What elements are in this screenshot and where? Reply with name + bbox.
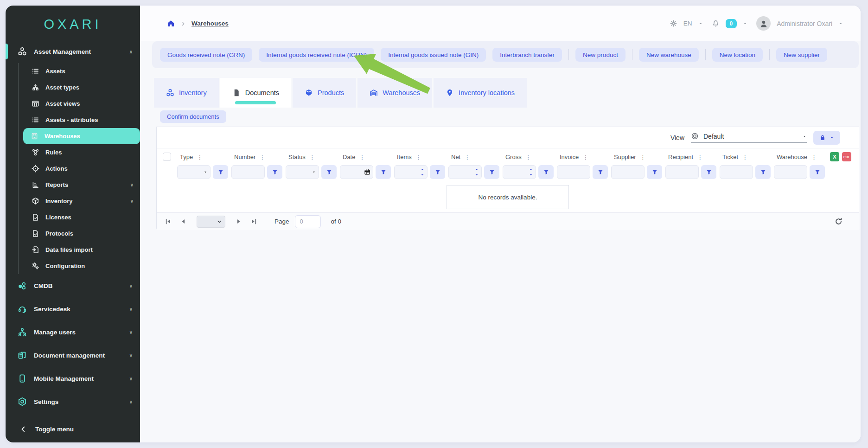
number-spinner[interactable] xyxy=(420,167,425,177)
filter-button-ticket[interactable] xyxy=(755,165,771,179)
filter-input-ticket[interactable] xyxy=(720,165,753,179)
interbranch-transfer-button[interactable]: Interbranch transfer xyxy=(492,48,562,62)
column-menu-icon[interactable]: ⋮ xyxy=(309,154,315,160)
notification-badge[interactable]: 0 xyxy=(726,19,737,28)
sidebar-item-warehouses[interactable]: Warehouses xyxy=(23,128,140,144)
column-menu-icon[interactable]: ⋮ xyxy=(525,154,531,160)
tab-products[interactable]: Products xyxy=(293,78,356,108)
avatar[interactable] xyxy=(756,16,771,31)
filter-input-gross[interactable] xyxy=(503,165,536,179)
filter-input-number[interactable] xyxy=(231,165,265,179)
view-select[interactable]: Default xyxy=(691,132,807,143)
sidebar-item-assets[interactable]: Assets xyxy=(19,63,140,79)
new-product-button[interactable]: New product xyxy=(575,48,625,62)
previous-page-button[interactable] xyxy=(179,217,188,226)
user-name[interactable]: Administrator Oxari xyxy=(777,20,832,27)
filter-input-items[interactable] xyxy=(394,165,428,179)
sidebar-item-data-files-import[interactable]: Data files import xyxy=(19,242,140,258)
filter-input-invoice[interactable] xyxy=(557,165,590,179)
filter-button-number[interactable] xyxy=(267,165,282,179)
page-size-select[interactable] xyxy=(197,216,225,228)
sidebar-item-reports[interactable]: Reports∨ xyxy=(19,177,140,193)
new-warehouse-button[interactable]: New warehouse xyxy=(639,48,699,62)
column-menu-icon[interactable]: ⋮ xyxy=(259,154,265,160)
filter-input-supplier[interactable] xyxy=(611,165,645,179)
export-excel-button[interactable]: X xyxy=(830,152,839,161)
toggle-menu-button[interactable]: Toggle menu xyxy=(6,425,140,433)
filter-input-type[interactable] xyxy=(177,165,211,179)
column-menu-icon[interactable]: ⋮ xyxy=(640,154,646,160)
internal-goods-issued-note-gin-button[interactable]: Internal goods issued note (GIN) xyxy=(381,48,486,62)
filter-button-type[interactable] xyxy=(213,165,228,179)
language-caret-icon[interactable] xyxy=(698,21,703,26)
sidebar-item-servicedesk[interactable]: Servicedesk∨ xyxy=(6,297,140,320)
sidebar-item-asset-types[interactable]: Asset types xyxy=(19,79,140,96)
sidebar-item-cmdb[interactable]: CMDB∨ xyxy=(6,274,140,297)
filter-input-warehouse[interactable] xyxy=(774,165,807,179)
column-menu-icon[interactable]: ⋮ xyxy=(811,154,817,160)
export-pdf-button[interactable]: PDF xyxy=(842,152,851,161)
filter-input-status[interactable] xyxy=(286,165,319,179)
new-supplier-button[interactable]: New supplier xyxy=(776,48,827,62)
gear-icon[interactable] xyxy=(670,19,677,27)
tab-documents[interactable]: Documents xyxy=(220,78,291,108)
sidebar-item-rules[interactable]: Rules xyxy=(19,144,140,160)
user-menu-caret-icon[interactable] xyxy=(838,21,843,26)
column-menu-icon[interactable]: ⋮ xyxy=(697,154,703,160)
filter-button-gross[interactable] xyxy=(538,165,554,179)
filter-button-status[interactable] xyxy=(321,165,337,179)
sidebar-item-document-management[interactable]: Document management∨ xyxy=(6,344,140,367)
new-location-button[interactable]: New location xyxy=(712,48,763,62)
filter-button-date[interactable] xyxy=(376,165,391,179)
filter-button-invoice[interactable] xyxy=(593,165,608,179)
column-menu-icon[interactable]: ⋮ xyxy=(464,154,470,160)
sidebar-item-licenses[interactable]: Licenses xyxy=(19,209,140,225)
number-spinner[interactable] xyxy=(529,167,533,177)
column-title: Invoice xyxy=(560,154,579,160)
confirm-documents-button[interactable]: Confirm documents xyxy=(160,110,226,123)
first-page-button[interactable] xyxy=(163,217,173,226)
last-page-button[interactable] xyxy=(249,217,259,226)
filter-button-net[interactable] xyxy=(484,165,499,179)
goods-received-note-grn-button[interactable]: Goods received note (GRN) xyxy=(160,48,252,62)
sidebar-item-mobile-management[interactable]: Mobile Management∨ xyxy=(6,367,140,390)
sidebar-item-settings[interactable]: Settings∨ xyxy=(6,390,140,413)
select-all-checkbox[interactable] xyxy=(163,153,171,161)
notifications-caret-icon[interactable] xyxy=(743,21,747,26)
home-icon[interactable] xyxy=(167,19,175,27)
filter-button-items[interactable] xyxy=(430,165,445,179)
lock-view-button[interactable] xyxy=(813,131,840,145)
sidebar-item-inventory[interactable]: Inventory∨ xyxy=(19,193,140,209)
list-icon xyxy=(32,67,39,75)
refresh-button[interactable] xyxy=(831,217,846,226)
tab-inventory-locations[interactable]: Inventory locations xyxy=(434,78,527,108)
sidebar-item-asset-views[interactable]: Asset views xyxy=(19,96,140,112)
next-page-button[interactable] xyxy=(234,217,243,226)
page-number-input[interactable] xyxy=(295,215,321,228)
tab-inventory[interactable]: Inventory xyxy=(154,78,219,108)
sidebar-item-assets-attributes[interactable]: Assets - attributes xyxy=(19,112,140,128)
breadcrumb-current[interactable]: Warehouses xyxy=(191,20,229,27)
filter-button-supplier[interactable] xyxy=(647,165,662,179)
number-spinner[interactable] xyxy=(474,167,479,177)
filter-input-recipient[interactable] xyxy=(665,165,699,179)
sidebar-item-asset-management[interactable]: Asset Management∧ xyxy=(6,40,140,63)
filter-input-date[interactable] xyxy=(340,165,373,179)
sidebar-item-actions[interactable]: Actions xyxy=(19,160,140,177)
funnel-icon xyxy=(217,169,224,175)
language-selector[interactable]: EN xyxy=(683,20,692,27)
sidebar-item-manage-users[interactable]: Manage users∨ xyxy=(6,320,140,344)
sidebar-item-configuration[interactable]: Configuration xyxy=(19,258,140,274)
bell-icon[interactable] xyxy=(712,19,720,27)
filter-input-net[interactable] xyxy=(448,165,482,179)
column-menu-icon[interactable]: ⋮ xyxy=(415,154,421,160)
column-menu-icon[interactable]: ⋮ xyxy=(582,154,588,160)
column-menu-icon[interactable]: ⋮ xyxy=(359,154,365,160)
sidebar-item-protocols[interactable]: Protocols xyxy=(19,225,140,242)
filter-button-recipient[interactable] xyxy=(701,165,716,179)
internal-goods-received-note-igrn-button[interactable]: Internal goods received note (IGRN) xyxy=(259,48,374,62)
filter-button-warehouse[interactable] xyxy=(810,165,825,179)
column-menu-icon[interactable]: ⋮ xyxy=(742,154,748,160)
column-menu-icon[interactable]: ⋮ xyxy=(197,154,203,160)
tab-warehouses[interactable]: Warehouses xyxy=(357,78,432,108)
